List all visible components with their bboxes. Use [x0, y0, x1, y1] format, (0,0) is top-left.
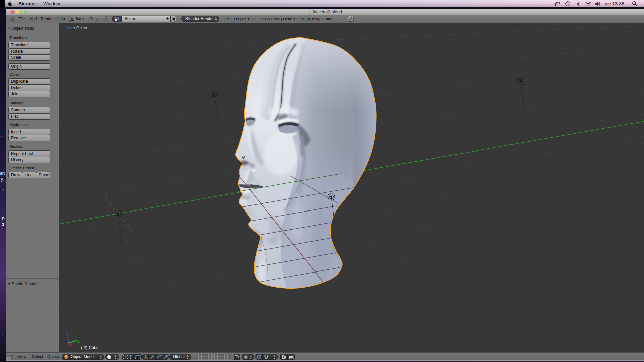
- svg-text:(-2) Cube: (-2) Cube: [81, 345, 99, 350]
- svg-text:z: z: [66, 329, 68, 334]
- svg-text:x: x: [72, 345, 73, 349]
- svg-text:User Ortho: User Ortho: [66, 26, 87, 31]
- svg-text:y: y: [78, 338, 80, 343]
